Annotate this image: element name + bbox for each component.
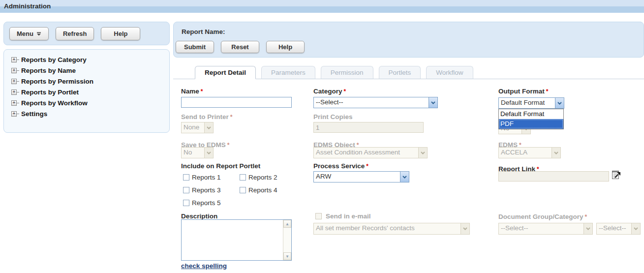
report-name-label: Report Name:	[182, 28, 225, 35]
tree-item-label: Settings	[21, 110, 47, 118]
tab-workflow: Workflow	[426, 66, 473, 79]
tab-strip: Report Detail Parameters Permission Port…	[173, 65, 644, 79]
left-help-button[interactable]: Help	[101, 27, 140, 40]
required-asterisk: *	[230, 114, 233, 121]
checkbox-box[interactable]	[183, 187, 189, 193]
send-in-email-label: Send in e-mail	[326, 212, 371, 220]
tree-item-reports-by-workflow[interactable]: + Reports by Workflow	[11, 99, 169, 107]
category-label: Category*	[313, 88, 346, 95]
checkbox-box[interactable]	[240, 187, 246, 193]
checkbox-box[interactable]	[183, 200, 189, 206]
print-copies-label: Print Copies	[313, 113, 353, 121]
tab-parameters: Parameters	[261, 66, 315, 79]
required-asterisk: *	[344, 88, 346, 95]
reset-button[interactable]: Reset	[221, 41, 259, 53]
expand-plus-icon[interactable]: +	[11, 57, 17, 62]
print-copies-input	[313, 122, 424, 133]
checkbox-reports-4[interactable]: Reports 4	[240, 186, 277, 194]
report-link-input	[498, 171, 609, 182]
refresh-button[interactable]: Refresh	[56, 27, 94, 40]
tab-permission: Permission	[321, 66, 373, 79]
expand-plus-icon[interactable]: +	[11, 100, 17, 106]
chevron-down-icon	[204, 122, 213, 133]
name-label: Name*	[181, 88, 203, 95]
chevron-down-icon	[418, 148, 427, 158]
app-header-bar: Administration	[0, 0, 644, 13]
save-to-edms-select: No	[181, 147, 214, 158]
expand-plus-icon[interactable]: +	[11, 111, 17, 117]
chevron-down-icon	[552, 148, 560, 158]
tree-item-reports-by-portlet[interactable]: + Reports by Portlet	[11, 89, 169, 96]
email-recipients-select: All set member Records' contacts	[313, 223, 470, 235]
main-header-panel: Report Name: Submit Reset Help	[173, 22, 644, 58]
category-select[interactable]: --Select--	[313, 97, 438, 108]
main-help-button[interactable]: Help	[266, 41, 305, 53]
submit-button[interactable]: Submit	[176, 41, 214, 53]
chevron-down-icon[interactable]	[400, 172, 409, 182]
tree-item-reports-by-permission[interactable]: + Reports by Permission	[11, 78, 169, 85]
output-format-dropdown-list: Default Format PDF	[498, 109, 564, 129]
tree-item-reports-by-category[interactable]: + Reports by Category	[11, 56, 169, 63]
expand-plus-icon[interactable]: +	[11, 68, 17, 73]
menu-dropdown-icon	[36, 30, 41, 37]
textarea-scrollbar[interactable]: ▲ ▼	[283, 220, 291, 260]
tree-item-reports-by-name[interactable]: + Reports by Name	[11, 67, 169, 74]
tree-dash	[17, 92, 19, 92]
page-title: Administration	[4, 2, 51, 10]
send-in-email-checkbox	[315, 213, 322, 219]
tab-report-detail[interactable]: Report Detail	[195, 66, 256, 79]
send-to-printer-label: Send to Printer*	[181, 113, 232, 121]
document-group-select: --Select--	[498, 223, 593, 235]
checkbox-reports-5[interactable]: Reports 5	[183, 199, 240, 207]
tree-dash	[17, 70, 19, 71]
required-asterisk: *	[546, 88, 549, 95]
checkbox-box[interactable]	[183, 174, 189, 181]
tree-dash	[17, 60, 19, 60]
check-spelling-link[interactable]: check spelling	[181, 262, 227, 270]
process-service-select[interactable]: ARW	[313, 171, 409, 182]
chevron-down-icon[interactable]	[555, 98, 564, 108]
reports-tree-panel: + Reports by Category + Reports by Name …	[3, 49, 170, 133]
tree-item-settings[interactable]: + Settings	[11, 110, 169, 118]
checkbox-reports-1[interactable]: Reports 1	[183, 174, 240, 181]
tree-item-label: Reports by Workflow	[21, 99, 88, 107]
checkbox-reports-3[interactable]: Reports 3	[183, 186, 240, 194]
output-format-select[interactable]: Default Format	[498, 97, 564, 109]
scroll-down-icon[interactable]: ▼	[283, 252, 291, 260]
administration-page: Administration Menu Refresh Help + Repor…	[0, 0, 644, 273]
tree-dash	[17, 103, 19, 103]
description-field: ▲ ▼	[181, 219, 292, 261]
expand-plus-icon[interactable]: +	[11, 79, 17, 84]
expand-plus-icon[interactable]: +	[11, 90, 17, 95]
scroll-up-icon[interactable]: ▲	[283, 220, 291, 228]
send-in-email-row: Send in e-mail	[315, 212, 371, 220]
header-buttons: Submit Reset Help	[176, 41, 305, 53]
checkbox-box[interactable]	[240, 174, 246, 181]
chevron-down-icon	[583, 223, 592, 234]
process-service-label: Process Service*	[313, 162, 368, 170]
tree-item-label: Reports by Portlet	[21, 89, 79, 96]
tree-item-label: Reports by Category	[21, 56, 87, 63]
left-toolbar-panel: Menu Refresh Help	[3, 22, 170, 45]
required-asterisk: *	[366, 163, 368, 170]
output-format-label: Output Format*	[498, 88, 548, 95]
tab-portlets: Portlets	[379, 66, 421, 79]
description-textarea[interactable]	[182, 220, 283, 260]
chevron-down-icon	[631, 223, 640, 234]
dropdown-option-pdf[interactable]: PDF	[499, 119, 563, 129]
tree-dash	[17, 114, 19, 114]
menu-button[interactable]: Menu	[9, 27, 49, 40]
report-portlet-checkbox-group: Reports 1 Reports 2 Reports 3 Reports 4 …	[183, 174, 277, 207]
description-label: Description	[181, 212, 217, 220]
edms-object-select: Asset Condition Assessment	[313, 147, 428, 158]
tree-item-label: Reports by Permission	[21, 78, 93, 85]
report-picker-icon[interactable]	[612, 169, 621, 180]
dropdown-option-default-format[interactable]: Default Format	[499, 109, 563, 119]
chevron-down-icon	[460, 223, 469, 234]
edms-select: ACCELA	[498, 147, 561, 158]
include-on-report-portlet-label: Include on Report Portlet	[181, 162, 260, 170]
name-input[interactable]	[181, 97, 292, 108]
checkbox-reports-2[interactable]: Reports 2	[240, 174, 277, 181]
required-asterisk: *	[201, 88, 203, 95]
chevron-down-icon[interactable]	[429, 97, 437, 108]
